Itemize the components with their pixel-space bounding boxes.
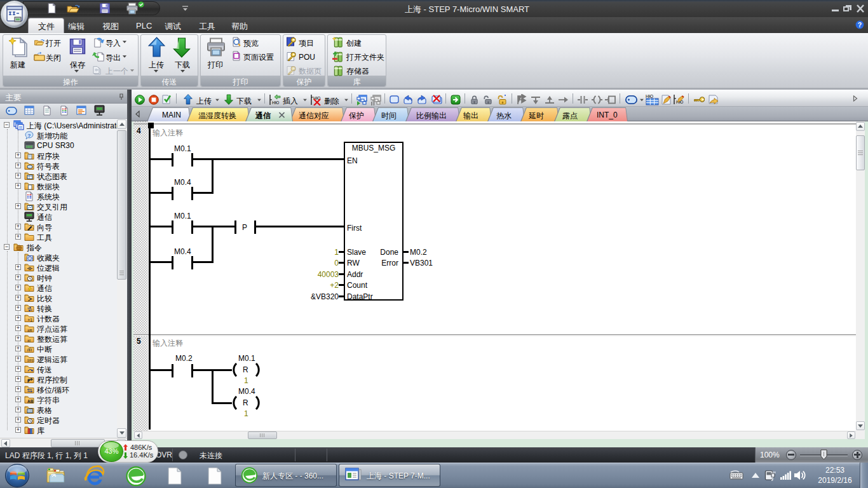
- svg-text:+1: +1: [28, 318, 33, 322]
- svg-text:?: ?: [858, 21, 862, 29]
- svg-text:HЮ: HЮ: [272, 100, 280, 105]
- svg-text:?: ?: [28, 133, 31, 139]
- svg-text:1011: 1011: [27, 358, 35, 363]
- svg-text:AB: AB: [27, 399, 34, 403]
- svg-text:HЮ: HЮ: [646, 94, 653, 98]
- svg-text:±I: ±I: [27, 339, 31, 342]
- svg-text:±R: ±R: [27, 329, 32, 332]
